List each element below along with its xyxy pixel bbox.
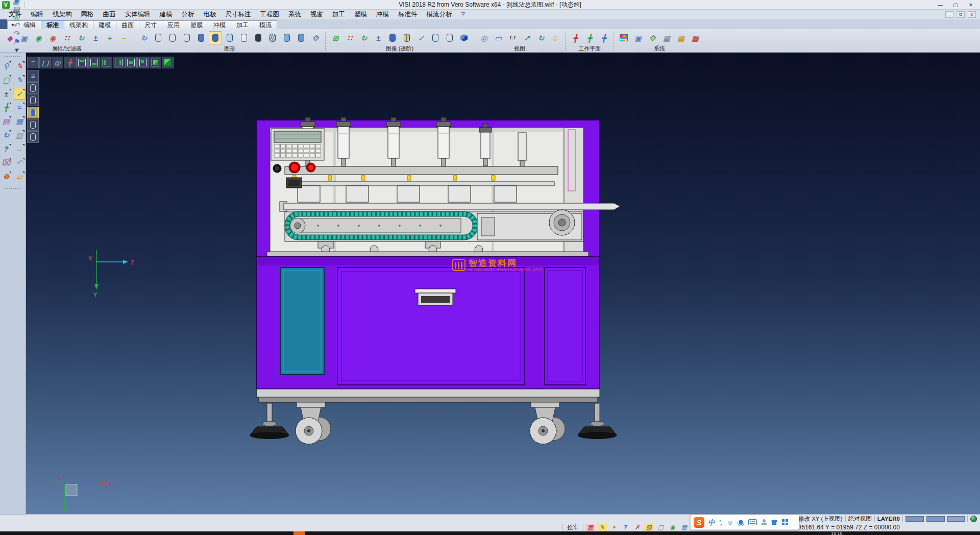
machine-model[interactable] xyxy=(229,116,632,448)
pick-hand-icon[interactable]: ✦ xyxy=(609,524,619,531)
layer-color-swatch[interactable] xyxy=(905,516,924,522)
validate-solid-icon[interactable]: ✓ xyxy=(414,31,428,44)
visibility-plusminus-icon[interactable]: ± xyxy=(89,31,102,44)
background-color-swatch[interactable] xyxy=(947,516,965,522)
zoom-inout-icon[interactable]: ± xyxy=(1,88,12,100)
view-top-cube-icon[interactable] xyxy=(76,57,88,68)
pen-color-swatch[interactable] xyxy=(926,516,945,522)
solid-cube-side-icon[interactable]: ▧ xyxy=(14,129,26,141)
grid-window-icon[interactable]: ▦ xyxy=(14,115,26,127)
status-help-icon[interactable]: ? xyxy=(621,524,630,531)
help-icon[interactable]: ? xyxy=(1,143,12,155)
hatched-display-icon[interactable] xyxy=(266,31,279,44)
menu-wireframe[interactable]: 线架构 xyxy=(48,10,77,19)
child-restore-button[interactable]: ⧉ xyxy=(957,11,965,18)
delete-trash-icon[interactable]: ⌧ xyxy=(1,157,12,168)
filter-traffic-light-icon[interactable]: ∷ xyxy=(60,31,74,44)
pan-arrow-icon[interactable]: ↗ xyxy=(520,31,533,44)
menu-progress[interactable]: 冲模 xyxy=(372,10,394,19)
workplane-origin-icon[interactable]: ╋ xyxy=(569,31,582,44)
display-wireframe-icon[interactable] xyxy=(27,82,39,94)
view-right-cube-icon[interactable] xyxy=(113,57,125,68)
highlight-brush-icon[interactable]: ✎ xyxy=(597,524,607,531)
workplane-rotate-icon[interactable]: ╋ xyxy=(583,31,596,44)
display-shaded-icon[interactable] xyxy=(27,107,39,118)
preview-icon[interactable]: ◎ xyxy=(11,13,21,21)
menu-electrode[interactable]: 电极 xyxy=(199,10,221,19)
view-mode-label[interactable]: 绝对视图 xyxy=(848,515,872,523)
view-back-cube-icon[interactable] xyxy=(137,57,149,68)
show-entities-icon[interactable]: ◉ xyxy=(32,31,45,44)
menu-standard-parts[interactable]: 标准件 xyxy=(394,10,422,19)
display-translucent-icon[interactable] xyxy=(27,119,39,131)
shaded-display-icon[interactable] xyxy=(194,31,208,44)
grid-snap-icon[interactable]: ▦ xyxy=(674,31,688,44)
display-menu-icon[interactable]: ≡ xyxy=(27,70,39,82)
toolbar-grip[interactable] xyxy=(4,187,21,190)
regen-graphics-icon[interactable]: ↻ xyxy=(137,31,151,44)
display-settings-icon[interactable]: ⚙ xyxy=(309,31,322,44)
adv-filter-images-icon[interactable]: ∷ xyxy=(343,31,356,44)
menu-system[interactable]: 系统 xyxy=(284,10,306,19)
menu-edit[interactable]: 编辑 xyxy=(26,10,48,19)
ime-punctuation-icon[interactable]: ’, xyxy=(719,519,722,526)
refresh-filter-icon[interactable]: ↻ xyxy=(75,31,88,44)
adv-refresh-images-icon[interactable]: ↻ xyxy=(357,31,371,44)
zoom-dynamic-view-icon[interactable]: ◎ xyxy=(52,57,63,68)
view-bottom-cube-icon[interactable] xyxy=(88,57,100,68)
selection-remove-icon[interactable]: − xyxy=(117,31,131,44)
redo-icon[interactable]: ↷ xyxy=(11,29,21,37)
tab-surface[interactable]: 曲面 xyxy=(116,20,139,29)
window-tools-icon[interactable]: ▦ xyxy=(660,31,673,44)
menu-drawing[interactable]: 工程图 xyxy=(256,10,284,19)
dark-display-icon[interactable] xyxy=(252,31,265,44)
flat-display-icon[interactable] xyxy=(237,31,251,44)
ime-chinese-icon[interactable]: 中 xyxy=(708,519,715,526)
menu-flow-analysis[interactable]: 模流分析 xyxy=(422,10,457,19)
ime-toolbox-icon[interactable] xyxy=(782,519,788,525)
lock-label[interactable]: 拴牢 xyxy=(563,524,583,531)
shading-smiley-icon[interactable]: ☺ xyxy=(549,31,562,44)
zoom-previous-icon[interactable]: ⚲ xyxy=(1,60,12,72)
cylinder-refresh-icon[interactable] xyxy=(280,31,293,44)
maximize-button[interactable]: ▢ xyxy=(948,1,963,9)
machining-wheel-icon[interactable]: ☸ xyxy=(1,171,12,182)
tab-mould[interactable]: 塑膜 xyxy=(185,20,208,29)
axis-view-icon[interactable]: ╋ xyxy=(64,57,76,68)
undo-side-icon[interactable]: ↶ xyxy=(14,157,26,168)
selection-add-icon[interactable]: + xyxy=(103,31,116,44)
adv-toggle-images-icon[interactable]: ± xyxy=(372,31,385,44)
shaded-edges-display-icon[interactable] xyxy=(209,31,222,44)
menu-help[interactable]: ? xyxy=(457,10,470,19)
hidden-line-display-icon[interactable] xyxy=(166,31,179,44)
view-tool-label[interactable]: 修改 XY (上视图) xyxy=(798,515,843,523)
ime-emoji-icon[interactable]: ☺ xyxy=(726,519,733,526)
close-button[interactable]: ✕ xyxy=(964,1,978,9)
doc-status-icon[interactable]: ▢ xyxy=(656,524,666,531)
minimize-button[interactable]: — xyxy=(933,1,947,9)
menu-surface[interactable]: 曲面 xyxy=(99,10,120,19)
viewport-3d[interactable]: ≡▢◎╋ ≡ xyxy=(26,53,980,514)
attribute-books-icon[interactable]: ▤ xyxy=(1,115,12,127)
save-all-icon[interactable]: ▣ xyxy=(11,0,21,5)
display-hidden-line-icon[interactable] xyxy=(27,94,39,106)
zoom-in-icon[interactable]: ◎ xyxy=(477,31,491,44)
capture-icon[interactable]: ⚑ xyxy=(11,37,21,45)
globe-icon[interactable] xyxy=(970,516,977,522)
dashed-hidden-display-icon[interactable] xyxy=(180,31,193,44)
view-front-cube-icon[interactable] xyxy=(125,57,137,68)
menu-mould[interactable]: 塑模 xyxy=(350,10,372,19)
print-icon[interactable]: ▤ xyxy=(11,5,21,13)
menu-dimension[interactable]: 尺寸标注 xyxy=(221,10,256,19)
qat-dropdown-icon[interactable]: ▾ xyxy=(11,45,21,54)
sketch-circle-icon[interactable]: ✎ xyxy=(14,74,26,86)
delete-cube-icon[interactable]: ✗ xyxy=(632,524,642,531)
child-minimize-button[interactable]: — xyxy=(945,11,953,18)
red-grid-icon[interactable]: ▦ xyxy=(689,31,702,44)
undo-icon[interactable]: ↶ xyxy=(11,21,21,29)
rotate-view-icon[interactable]: ↻ xyxy=(534,31,548,44)
solid-view-cube-icon[interactable] xyxy=(457,31,471,44)
zoom-1to1-icon[interactable]: 1:1 xyxy=(506,31,519,44)
menu-machining[interactable]: 加工 xyxy=(328,10,350,19)
view-iso-cube-icon[interactable] xyxy=(150,57,161,68)
